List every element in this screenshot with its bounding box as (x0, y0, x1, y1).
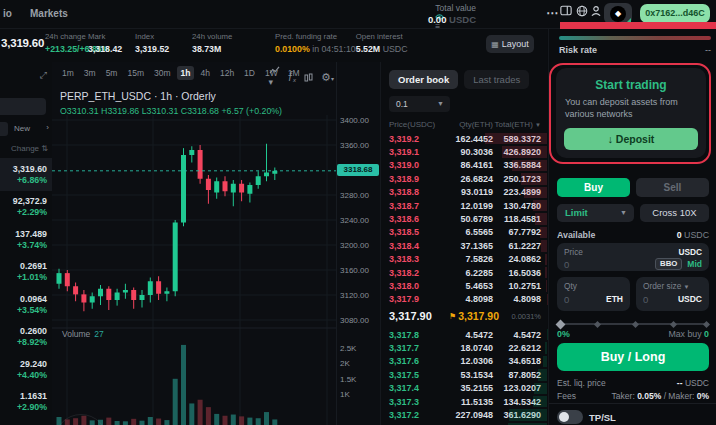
total-value: 0.00 USDC (428, 14, 476, 25)
timeframe-button[interactable]: 5m (102, 66, 122, 80)
bid-row[interactable]: 3,317.2 227.0948 361.6290 (381, 408, 547, 421)
watchlist-tab-new[interactable]: New (14, 124, 30, 133)
ask-row[interactable]: 3,318.4 37.1365 61.2227 (381, 239, 547, 252)
order-size-input-box[interactable]: Order size ▼ 0 USDC (636, 277, 709, 311)
slider-tick[interactable] (594, 320, 601, 327)
bid-row[interactable]: 3,317.8 4.5472 4.5472 (381, 328, 547, 341)
bid-row[interactable]: 3,317.3 11.5135 134.5342 (381, 395, 547, 408)
timeframe-button[interactable]: 3m (80, 66, 100, 80)
price-input[interactable]: 0 (564, 259, 655, 270)
timeframe-button[interactable]: 4h (196, 66, 213, 80)
nav-markets[interactable]: Markets (30, 8, 68, 19)
change-column-header[interactable]: Change ⇅ (11, 144, 48, 153)
volume-indicator-label[interactable]: Volume27 (62, 329, 104, 339)
nav-portfolio[interactable]: io (3, 8, 12, 19)
ask-depth-bar (485, 133, 547, 144)
chart-type-icon[interactable]: ▾ (269, 66, 280, 89)
watchlist-price: 0.0964 (20, 294, 47, 304)
watchlist-row[interactable]: 3,319.60 +6.86% (0, 158, 52, 191)
bid-row[interactable]: 3,317.6 12.0306 34.6518 (381, 355, 547, 368)
chain-selector-button[interactable]: ◆ (604, 3, 632, 24)
timeframe-button[interactable]: 1D (240, 66, 259, 80)
wallet-address-button[interactable]: 0x7162...d46C (640, 4, 710, 23)
ask-row[interactable]: 3,318.8 93.0119 223.4899 (381, 186, 547, 199)
bbo-button[interactable]: BBO (655, 258, 682, 270)
layout-button[interactable]: ▦Layout (486, 35, 534, 53)
ask-qty: 12.0199 (441, 201, 493, 211)
candlestick-chart[interactable] (52, 115, 336, 425)
mid-price-row[interactable]: 3,317.90 ⚑ 3,317.90 0.0031% (381, 306, 547, 326)
watchlist-row[interactable]: 29.240 +4.40% (0, 353, 52, 386)
orderbook-tab[interactable]: Last trades (464, 70, 529, 89)
bid-total: 4.5472 (493, 330, 541, 340)
more-icon[interactable]: ⋯ (544, 5, 560, 21)
ask-row[interactable]: 3,318.6 50.6789 118.4581 (381, 212, 547, 225)
bid-row[interactable]: 3,317.5 53.1534 87.8052 (381, 368, 547, 381)
ask-row[interactable]: 3,318.5 6.5565 67.7792 (381, 226, 547, 239)
bid-depth-bar (533, 396, 547, 407)
quantity-slider[interactable] (557, 320, 709, 328)
watchlist-row[interactable]: 0.0964 +3.54% (0, 288, 52, 321)
expand-sidebar-icon[interactable]: ⤢ (40, 70, 47, 81)
watchlist-price: 0.2600 (20, 326, 47, 336)
watchlist-tab-favorites[interactable] (0, 122, 8, 136)
ask-row[interactable]: 3,318.3 7.5826 24.0862 (381, 253, 547, 266)
timeframe-button[interactable]: 1m (58, 66, 78, 80)
watchlist-row[interactable]: 0.2691 +1.01% (0, 256, 52, 289)
timeframe-button[interactable]: 1h (177, 66, 195, 80)
chart-symbol-title[interactable]: PERP_ETH_USDC · 1h · Orderly (60, 90, 216, 102)
slider-tick[interactable] (632, 320, 639, 327)
slider-tick[interactable] (703, 320, 710, 327)
ask-row[interactable]: 3,318.2 6.2285 16.5036 (381, 266, 547, 279)
order-type-dropdown[interactable]: Limit▼ (557, 204, 634, 222)
watchlist-row[interactable]: 92,372.9 +2.29% (0, 191, 52, 224)
ask-depth-bar (512, 160, 547, 171)
stat-value-number: 38.73M (192, 44, 221, 54)
stat-label: Mark (88, 32, 135, 41)
order-size-label[interactable]: Order size ▼ (643, 281, 702, 291)
fees-value: Taker: 0.05% / Maker: 0% (612, 391, 709, 401)
ask-row[interactable]: 3,317.9 4.8098 4.8098 (381, 293, 547, 306)
watchlist-row[interactable]: 1.1631 +2.90% (0, 386, 52, 419)
bid-row[interactable]: 3,317.7 18.0740 22.6212 (381, 341, 547, 354)
side-tab[interactable]: Sell (636, 178, 709, 197)
slider-tick[interactable] (670, 320, 677, 327)
compare-candles-icon[interactable] (304, 73, 313, 83)
timeframe-button[interactable]: 15m (123, 66, 148, 80)
chevron-down-icon: ▼ (437, 96, 444, 112)
qty-input-box[interactable]: Qty 0 ETH (557, 277, 630, 311)
order-size-input[interactable]: 0 (643, 294, 648, 305)
bid-row[interactable]: 3,317.4 35.2155 123.0207 (381, 382, 547, 395)
ask-row[interactable]: 3,318.9 26.6824 250.1723 (381, 172, 547, 185)
deposit-button[interactable]: ↓ Deposit (564, 128, 698, 150)
watchlist-row[interactable]: 0.2600 +8.92% (0, 321, 52, 354)
tick-size-dropdown[interactable]: 0.1▼ (389, 96, 450, 112)
ask-row[interactable]: 3,319.0 86.4161 336.5884 (381, 159, 547, 172)
bid-qty: 4.5472 (441, 330, 493, 340)
timeframe-button[interactable]: 12h (216, 66, 238, 80)
ask-row[interactable]: 3,318.7 12.0199 130.4780 (381, 199, 547, 212)
watchlist-row[interactable]: 137.489 +3.74% (0, 223, 52, 256)
slider-knob[interactable] (556, 319, 566, 329)
buy-long-button[interactable]: Buy / Long (557, 343, 709, 371)
ask-row[interactable]: 3,318.0 5.4653 10.2751 (381, 279, 547, 292)
last-trade-price: 3,317.90 (389, 310, 449, 322)
leverage-button[interactable]: Cross 10X (640, 204, 709, 222)
ask-row[interactable]: 3,319.1 90.3036 426.8920 (381, 145, 547, 158)
qty-input[interactable]: 0 (564, 294, 569, 305)
total-column-header[interactable]: Total(ETH) ▼ (493, 120, 541, 129)
timeframe-button[interactable]: 30m (150, 66, 175, 80)
orderbook-tabs: Order bookLast trades (389, 70, 529, 89)
price-input-box[interactable]: Price USDC 0 BBO Mid (557, 243, 709, 271)
search-input[interactable] (0, 98, 46, 115)
panels-icon[interactable] (560, 5, 576, 21)
indicators-icon[interactable]: ƒx (288, 69, 297, 87)
orderbook-tab[interactable]: Order book (389, 70, 458, 89)
chart-settings-icon[interactable]: ⚙▾ (321, 70, 334, 86)
watchlist-row[interactable]: 0.2169 (0, 418, 52, 425)
mid-price-button[interactable]: Mid (687, 259, 702, 269)
chevron-right-icon[interactable]: › (46, 123, 49, 132)
tpsl-toggle[interactable] (557, 410, 583, 424)
ask-row[interactable]: 3,319.2 162.4452 589.3372 (381, 132, 547, 145)
side-tab[interactable]: Buy (557, 178, 630, 197)
